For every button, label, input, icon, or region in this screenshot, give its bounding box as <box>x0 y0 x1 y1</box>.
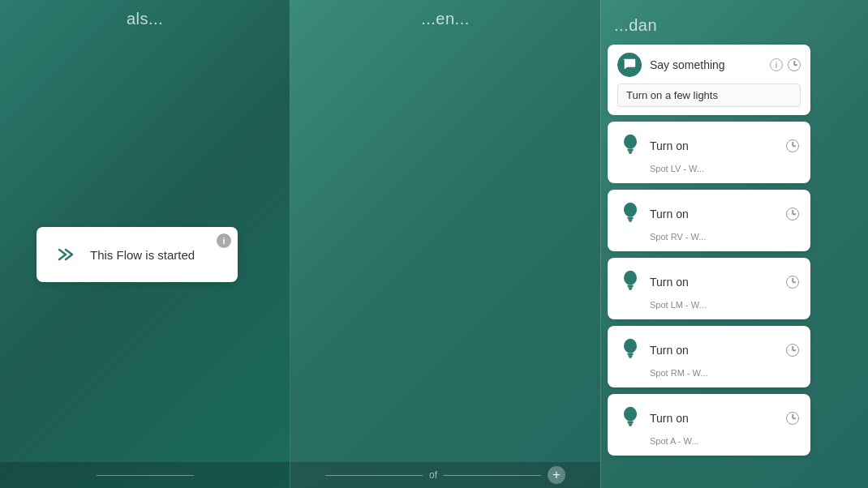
svg-rect-14 <box>628 355 632 357</box>
svg-rect-9 <box>627 285 633 288</box>
flow-trigger-icon <box>53 242 79 268</box>
action-card-1-subtitle: Spot RV - W... <box>619 232 799 242</box>
say-card-clock-icon[interactable] <box>788 58 801 71</box>
say-card-action-icons: i <box>770 58 801 71</box>
action-card-0-header: Turn on <box>619 131 799 161</box>
flow-trigger-info-icon[interactable]: i <box>217 233 231 248</box>
action-card-1[interactable]: Turn on Spot RV - W... <box>608 190 810 251</box>
als-bottom-bar <box>0 462 290 488</box>
svg-rect-15 <box>629 357 632 358</box>
say-card-header: Say something i <box>617 53 801 77</box>
action-card-3[interactable]: Turn on Spot RM - W... <box>608 326 810 387</box>
svg-point-0 <box>624 135 637 149</box>
svg-point-16 <box>624 407 637 422</box>
bulb-icon-2 <box>619 268 642 297</box>
action-card-3-clock[interactable] <box>786 344 799 357</box>
svg-point-8 <box>624 271 637 285</box>
bulb-icon-0 <box>619 131 642 161</box>
svg-point-4 <box>624 203 637 217</box>
action-card-2-left: Turn on <box>619 268 689 297</box>
flow-trigger-card[interactable]: This Flow is started i <box>37 227 238 282</box>
action-card-4-clock[interactable] <box>786 412 799 425</box>
col-als: als... This Flow is started i <box>0 0 290 488</box>
action-card-3-left: Turn on <box>619 336 689 365</box>
als-bottom-line-left <box>97 475 194 476</box>
say-card-title: Say something <box>650 58 725 71</box>
action-card-4-subtitle: Spot A - W... <box>619 436 799 446</box>
action-card-1-clock[interactable] <box>786 208 799 220</box>
col-en-header: ...en... <box>290 0 600 38</box>
flow-trigger-text: This Flow is started <box>90 248 195 262</box>
svg-rect-2 <box>628 151 632 152</box>
say-card-title-row: Say something <box>617 53 725 77</box>
chat-bubble-icon <box>617 53 642 77</box>
bulb-icon-3 <box>619 336 642 365</box>
svg-rect-3 <box>629 152 632 154</box>
action-card-0-clock[interactable] <box>786 139 799 152</box>
action-card-4[interactable]: Turn on Spot A - W... <box>608 394 810 456</box>
action-card-3-title: Turn on <box>650 344 689 357</box>
en-bottom-line-left <box>325 475 423 476</box>
en-of-label: of <box>429 469 437 481</box>
svg-rect-6 <box>628 219 632 220</box>
svg-rect-5 <box>627 217 633 220</box>
action-card-0-subtitle: Spot LV - W... <box>619 164 799 173</box>
action-card-4-header: Turn on <box>619 404 799 433</box>
en-bottom-bar: of + <box>290 462 600 488</box>
svg-rect-18 <box>628 423 632 425</box>
en-bottom-line-right <box>444 475 541 476</box>
say-card-info-icon[interactable]: i <box>770 58 783 71</box>
action-card-0-left: Turn on <box>619 131 689 161</box>
svg-rect-1 <box>627 149 633 152</box>
action-card-2-header: Turn on <box>619 268 799 297</box>
action-card-0-title: Turn on <box>650 139 689 152</box>
action-card-0[interactable]: Turn on Spot LV - W... <box>608 122 810 183</box>
bulb-icon-1 <box>619 199 642 229</box>
action-card-1-left: Turn on <box>619 199 689 229</box>
svg-rect-7 <box>629 220 632 222</box>
action-card-3-header: Turn on <box>619 336 799 365</box>
main-container: als... This Flow is started i ...en... o… <box>0 0 868 488</box>
action-card-1-title: Turn on <box>650 208 689 220</box>
svg-rect-13 <box>627 353 633 356</box>
svg-rect-10 <box>628 287 632 289</box>
col-dan-header: ...dan <box>608 6 862 45</box>
col-en: ...en... of + <box>290 0 601 488</box>
en-add-button[interactable]: + <box>548 466 565 484</box>
action-card-1-header: Turn on <box>619 199 799 229</box>
svg-rect-17 <box>627 422 633 424</box>
action-card-2-clock[interactable] <box>786 276 799 289</box>
action-card-4-title: Turn on <box>650 412 689 425</box>
action-card-3-subtitle: Spot RM - W... <box>619 368 799 378</box>
action-card-4-left: Turn on <box>619 404 689 433</box>
say-card[interactable]: Say something i <box>608 45 810 115</box>
say-card-input[interactable] <box>617 83 801 107</box>
bulb-icon-4 <box>619 404 642 433</box>
col-als-header: als... <box>0 0 290 38</box>
svg-rect-19 <box>629 425 632 426</box>
svg-point-12 <box>624 339 637 353</box>
col-dan: ...dan Say something i <box>601 0 868 488</box>
action-card-2-subtitle: Spot LM - W... <box>619 300 799 310</box>
svg-rect-11 <box>629 289 632 290</box>
action-card-2[interactable]: Turn on Spot LM - W... <box>608 258 810 319</box>
action-card-2-title: Turn on <box>650 276 689 289</box>
